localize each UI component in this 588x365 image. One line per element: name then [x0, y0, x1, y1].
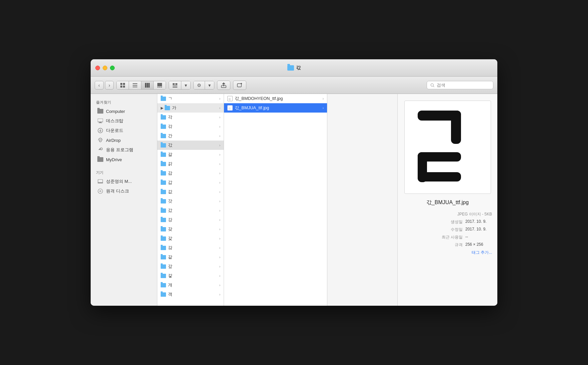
- toolbar: ‹ › ▾ ⚙ ▾: [91, 77, 497, 94]
- column-view-button[interactable]: [141, 81, 154, 89]
- list-item[interactable]: 갃 갃_BMDOHYEON_ttf.jpg ›: [224, 94, 327, 103]
- svg-rect-15: [175, 83, 177, 85]
- list-item[interactable]: 갉 ›: [157, 159, 224, 169]
- search-icon: [430, 83, 435, 88]
- sidebar-item-label: 성준영의 M...: [106, 179, 132, 184]
- list-item[interactable]: 간 ›: [157, 131, 224, 141]
- airdrop-icon: [97, 137, 103, 143]
- filename: 갃_BMJUA_ttf.jpg: [235, 105, 269, 111]
- svg-rect-10: [157, 83, 162, 86]
- sidebar-item-airdrop[interactable]: AirDrop: [92, 136, 156, 145]
- group-dropdown-button[interactable]: ▾: [181, 81, 190, 89]
- meta-type-row: JPEG 이미지 - 5KB: [403, 211, 492, 217]
- folder-icon: [161, 115, 166, 120]
- svg-rect-3: [123, 86, 125, 88]
- svg-point-20: [241, 83, 242, 84]
- action-button[interactable]: ⚙: [194, 81, 205, 89]
- cover-view-button[interactable]: [154, 81, 166, 89]
- modified-label: 수정일: [451, 227, 463, 232]
- list-item[interactable]: 갔 ›: [157, 206, 224, 215]
- svg-point-28: [99, 140, 101, 142]
- window-title-area: 갃: [287, 65, 301, 71]
- title-bar: 갃: [91, 59, 497, 77]
- forward-button[interactable]: ›: [105, 81, 114, 90]
- search-input[interactable]: [437, 83, 490, 88]
- folder-icon: [161, 227, 166, 231]
- list-item[interactable]: 강 ›: [157, 215, 224, 224]
- sidebar-item-apps[interactable]: 응용 프로그램: [92, 145, 156, 155]
- folder-icon: [161, 218, 166, 222]
- share-button[interactable]: [217, 81, 230, 90]
- list-item[interactable]: ▶ 가 ›: [157, 103, 224, 113]
- window-title: 갃: [296, 65, 301, 71]
- size-value: 256 × 256: [465, 242, 492, 248]
- folder-icon: [161, 134, 166, 138]
- list-item[interactable]: 갖 ›: [157, 224, 224, 234]
- file-icon: 갃: [227, 96, 233, 101]
- laptop-icon: [97, 179, 103, 184]
- list-item[interactable]: 갑 ›: [157, 178, 224, 187]
- add-tag-link[interactable]: 태그 추가...: [403, 250, 492, 255]
- list-item[interactable]: 같 ›: [157, 252, 224, 262]
- list-item[interactable]: 갚 ›: [157, 262, 224, 271]
- folder-icon: [161, 162, 166, 166]
- svg-rect-40: [418, 172, 461, 182]
- nav-buttons: ‹ ›: [95, 81, 114, 90]
- sidebar-item-desktop[interactable]: 데스크탑: [92, 116, 156, 126]
- svg-point-32: [98, 189, 103, 193]
- svg-rect-12: [159, 87, 160, 88]
- search-box[interactable]: [427, 81, 493, 89]
- folder-icon: [161, 125, 166, 129]
- sidebar-item-mydrive[interactable]: MyDrive: [92, 155, 156, 164]
- back-button[interactable]: ‹: [95, 81, 104, 90]
- list-item[interactable]: 값 ›: [157, 187, 224, 196]
- sidebar-item-computer[interactable]: Computer: [92, 107, 156, 116]
- list-item[interactable]: 감 ›: [157, 169, 224, 178]
- list-item[interactable]: 각 ›: [157, 113, 224, 122]
- folder-icon: [165, 106, 170, 110]
- minimize-button[interactable]: [103, 66, 107, 70]
- close-button[interactable]: [95, 66, 100, 70]
- sidebar-item-label: 다운로드: [106, 128, 123, 134]
- list-view-button[interactable]: [129, 81, 141, 89]
- preview-image-box: [404, 101, 491, 194]
- list-item[interactable]: 객 ›: [157, 290, 224, 299]
- list-item[interactable]: 개 ›: [157, 280, 224, 290]
- group-button[interactable]: [169, 81, 181, 89]
- sidebar-item-downloads[interactable]: 다운로드: [92, 126, 156, 135]
- svg-rect-25: [99, 123, 102, 123]
- type-label: JPEG 이미지 - 5KB: [457, 211, 492, 217]
- list-item[interactable]: 갈 ›: [157, 150, 224, 159]
- modified-value: 2017. 10. 9.: [465, 227, 492, 232]
- list-item[interactable]: 갘 ›: [157, 243, 224, 252]
- svg-rect-1: [123, 83, 125, 85]
- folder-icon: [161, 208, 166, 213]
- tag-button[interactable]: [233, 81, 246, 90]
- folder-icon: [161, 255, 166, 259]
- list-item[interactable]: 갃 ›: [157, 141, 224, 150]
- maximize-button[interactable]: [110, 66, 115, 70]
- list-item[interactable]: 갂 ›: [157, 122, 224, 131]
- svg-rect-19: [237, 84, 241, 87]
- icon-view-button[interactable]: [117, 81, 129, 89]
- list-item[interactable]: 갗 ›: [157, 234, 224, 243]
- list-item[interactable]: 갃 갃_BMJUA_ttf.jpg ›: [224, 103, 327, 113]
- columns-container: ㄱ › ▶ 가 › 각 › 갂 ›: [157, 94, 397, 306]
- desktop-icon: [97, 118, 103, 124]
- folder-icon: [161, 283, 166, 287]
- meta-lastused-row: 최근 사용일 --: [403, 234, 492, 240]
- sidebar-item-remotedisk[interactable]: 원격 디스크: [92, 186, 156, 196]
- sidebar-item-macbook[interactable]: 성준영의 M...: [92, 177, 156, 186]
- list-item[interactable]: 갛 ›: [157, 271, 224, 280]
- svg-rect-8: [147, 83, 148, 88]
- svg-line-22: [433, 86, 434, 87]
- folder-icon: [161, 264, 166, 269]
- list-item[interactable]: ㄱ ›: [157, 94, 224, 103]
- folder-icon: [161, 236, 166, 241]
- list-item[interactable]: 갓 ›: [157, 196, 224, 206]
- group-button-group: ▾: [169, 81, 191, 90]
- apps-icon: [97, 147, 103, 153]
- svg-rect-0: [120, 83, 122, 85]
- action-dropdown-button[interactable]: ▾: [205, 81, 214, 89]
- folder-icon: [161, 292, 166, 297]
